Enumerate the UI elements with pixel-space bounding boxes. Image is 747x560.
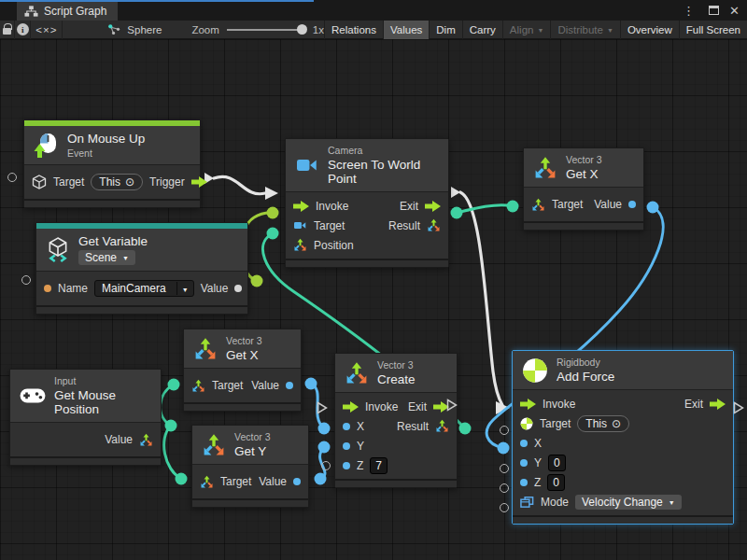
get-x-top-value-connection-dot[interactable] (647, 202, 659, 214)
enum-mode-icon[interactable] (520, 496, 534, 509)
tab-bar: Script Graph ⋮ ✕ (0, 0, 747, 21)
vector3-port-icon[interactable] (293, 238, 307, 252)
y-value-field[interactable]: 0 (548, 455, 566, 471)
get-y-target-connection-dot[interactable] (176, 473, 188, 485)
node-header: Rigidbody Add Force (513, 351, 733, 389)
flow-output-arrow-icon[interactable] (191, 176, 207, 188)
get-x-mid-value-connection-dot[interactable] (305, 378, 317, 390)
node-add-force[interactable]: Rigidbody Add Force Invoke Exit Target (512, 350, 734, 525)
carry-button[interactable]: Carry (462, 21, 502, 39)
camera-position-connection-dot[interactable] (267, 228, 279, 240)
create-z-outer-port[interactable] (321, 461, 331, 470)
invoke-port-label: Invoke (365, 400, 398, 413)
flow-input-arrow-icon[interactable] (520, 399, 536, 410)
node-get-variable[interactable]: Get Variable Scene ▼ Name MainCamera ▼ V… (35, 222, 248, 315)
value-port[interactable] (234, 285, 242, 292)
name-port[interactable] (44, 285, 51, 292)
vector3-port-icon[interactable] (531, 198, 545, 212)
target-port-label: Target (53, 175, 84, 189)
dim-button[interactable]: Dim (429, 21, 461, 39)
camera-icon (295, 155, 319, 175)
node-vector3-get-x-mid[interactable]: Vector 3 Get X Target Value (183, 329, 302, 412)
add-force-z-outer-port[interactable] (500, 483, 509, 493)
zoom-slider[interactable] (227, 29, 305, 31)
zoom-slider-knob[interactable] (297, 24, 307, 35)
node-footer (36, 305, 247, 314)
vector3-port-icon[interactable] (435, 419, 449, 433)
z-value-field[interactable]: 0 (547, 474, 565, 491)
flow-input-arrow-icon[interactable] (343, 401, 359, 413)
node-title: Create (377, 372, 416, 386)
create-exit-outer-flow-port[interactable] (446, 399, 458, 412)
create-invoke-outer-flow-port[interactable] (317, 401, 328, 414)
vector3-port-icon[interactable] (191, 379, 205, 393)
lock-button[interactable] (0, 21, 15, 39)
camera-target-connection-dot[interactable] (267, 207, 279, 219)
target-picker-icon: ⊙ (612, 417, 621, 430)
code-preview-button[interactable]: <×> (31, 21, 63, 39)
get-mouse-position-value-connection-dot[interactable] (165, 420, 177, 432)
target-self-button[interactable]: This ⊙ (91, 174, 143, 190)
node-category: Rigidbody (557, 357, 614, 368)
node-on-mouse-up[interactable]: On Mouse Up Event Target This ⊙ Trigger (23, 119, 201, 208)
y-port[interactable] (343, 442, 350, 450)
distribute-button[interactable]: Distribute▼ (550, 21, 620, 39)
create-result-connection-dot[interactable] (459, 423, 472, 435)
z-value-field[interactable]: 7 (370, 457, 388, 474)
add-force-y-outer-port[interactable] (500, 464, 509, 473)
get-variable-value-connection-dot[interactable] (251, 275, 263, 287)
vector3-icon (202, 433, 226, 457)
values-button[interactable]: Values (383, 21, 429, 39)
flow-input-arrow-icon[interactable] (293, 201, 309, 212)
graph-breadcrumb[interactable]: Sphere (107, 23, 162, 35)
node-footer (184, 402, 301, 411)
z-port[interactable] (520, 479, 528, 486)
z-port[interactable] (343, 462, 350, 469)
x-port[interactable] (343, 423, 350, 430)
camera-result-connection-dot[interactable] (451, 207, 463, 219)
node-vector3-create[interactable]: Vector 3 Create Invoke Exit X Result (334, 353, 458, 488)
relations-button[interactable]: Relations (324, 21, 383, 39)
close-icon[interactable]: ✕ (729, 0, 740, 21)
add-force-x-connection-dot[interactable] (498, 442, 510, 455)
align-button[interactable]: Align▼ (502, 21, 551, 39)
tab-script-graph[interactable]: Script Graph (17, 2, 118, 21)
rigidbody-port-icon[interactable] (520, 417, 533, 430)
node-footer (24, 199, 200, 207)
overview-button[interactable]: Overview (620, 21, 679, 39)
get-x-top-target-connection-dot[interactable] (507, 201, 519, 213)
get-y-value-connection-dot[interactable] (315, 473, 327, 485)
add-force-exit-outer-flow-port[interactable] (733, 401, 744, 414)
get-x-mid-target-connection-dot[interactable] (168, 379, 180, 391)
vector3-port-icon[interactable] (200, 475, 214, 489)
get-variable-name-outer-port[interactable] (21, 275, 31, 285)
vector3-port-icon[interactable] (427, 218, 441, 232)
value-port[interactable] (628, 201, 636, 208)
value-port[interactable] (286, 382, 293, 389)
node-vector3-get-x-top[interactable]: Vector 3 Get X Target Value (523, 147, 644, 231)
add-force-target-outer-port[interactable] (500, 426, 509, 435)
mode-dropdown[interactable]: Velocity Change ▼ (575, 495, 682, 510)
node-vector3-get-y[interactable]: Vector 3 Get Y Target Value (191, 425, 309, 508)
node-screen-to-world-point[interactable]: Camera Screen To World Point Invoke Exit… (285, 138, 449, 268)
maximize-icon[interactable] (709, 0, 719, 21)
flow-output-arrow-icon[interactable] (425, 201, 441, 212)
window-menu-icon[interactable]: ⋮ (683, 0, 695, 21)
info-button[interactable]: i (15, 21, 31, 39)
x-port[interactable] (520, 440, 528, 447)
y-port-label: Y (357, 440, 364, 453)
add-force-mode-outer-port[interactable] (500, 503, 509, 512)
create-x-connection-dot[interactable] (318, 423, 331, 435)
variable-scope-dropdown[interactable]: Scene ▼ (78, 250, 135, 265)
variable-name-dropdown[interactable]: MainCamera ▼ (94, 280, 194, 297)
flow-output-arrow-icon[interactable] (710, 399, 726, 410)
node-get-mouse-position[interactable]: Input Get Mouse Position Value (9, 369, 162, 466)
vector3-port-icon[interactable] (139, 433, 153, 447)
on-mouse-up-target-outer-port[interactable] (7, 173, 17, 182)
full-screen-button[interactable]: Full Screen (679, 21, 747, 39)
y-port[interactable] (520, 459, 528, 467)
camera-port-icon[interactable] (293, 219, 307, 231)
target-self-button[interactable]: This ⊙ (577, 415, 629, 432)
create-y-connection-dot[interactable] (318, 441, 331, 454)
value-port[interactable] (293, 478, 301, 485)
